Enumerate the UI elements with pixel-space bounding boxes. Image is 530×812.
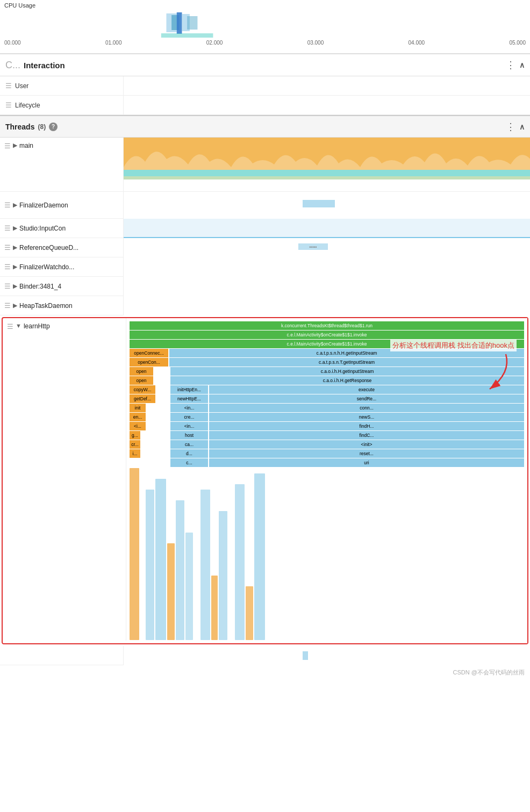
interaction-header: C... Interaction ⋮ ∧ [0,54,530,76]
binder-hamburger-icon[interactable]: ☰ [4,282,11,290]
extra-thread-viz [124,646,530,665]
stack-copyw: copyW... [130,385,155,394]
stack-open2: open [130,376,153,385]
stack-getdef: getDef... [130,394,155,403]
interaction-row-lifecycle: ☰ Lifecycle [0,96,530,115]
main-hamburger-icon[interactable]: ☰ [4,142,11,150]
annotation-text: 分析这个线程调用栈 找出合适的hook点 [390,340,517,351]
svg-rect-4 [187,16,197,30]
binder-thread-viz [124,277,530,296]
finwatchdo-expand-arrow[interactable]: ▶ [13,263,17,270]
threads-count: (8) [38,123,46,131]
stack-ca: ca... [170,440,208,449]
svg-rect-2 [177,12,182,34]
learnhttp-thread-viz: 分析这个线程调用栈 找出合适的hook点 k.concurrent.Thread… [126,318,527,643]
threads-collapse-button[interactable]: ∧ [519,123,525,131]
stack-c: c... [170,458,208,467]
thread-row-finalizer: ☰ ▶ FinalizerDaemon [0,192,530,219]
stack-initc: <init> [209,440,524,449]
finalizer-hamburger-icon[interactable]: ☰ [4,201,11,209]
user-row-hamburger-icon[interactable]: ☰ [5,82,12,90]
main-thread-name: main [19,142,33,149]
thread-row-studio: ☰ ▶ Studio:InputCon [0,219,530,238]
stack-inithttpen: initHttpEn... [170,385,208,394]
thread-label-binder: ☰ ▶ Binder:3481_4 [0,277,124,296]
studio-thread-viz [124,219,530,238]
stack-openconnec1: openConnec... [130,349,168,357]
heaptask-expand-arrow[interactable]: ▶ [13,302,17,309]
stack-reset: reset... [209,449,524,458]
stack-block-row2: c.e.l.MainActivity$onCreate$1$1.invoke [130,330,524,339]
svg-rect-7 [124,170,530,176]
stack-uri: uri [209,458,524,467]
stack-block-row1: k.concurrent.ThreadsKt$thread$thread$1.r… [130,321,524,330]
stack-opencon1: openCon... [130,358,168,367]
stack-i1: <i... [130,422,146,430]
learnhttp-thread-name: learnHttp [24,322,50,330]
thread-label-main: ☰ ▶ main [0,138,124,191]
main-expand-arrow[interactable]: ▶ [13,142,17,149]
heaptask-hamburger-icon[interactable]: ☰ [4,301,11,310]
lifecycle-row-hamburger-icon[interactable]: ☰ [5,101,12,109]
cpu-axis: 00.000 01.000 02.000 03.000 04.000 05.00… [0,39,530,47]
refqueue-expand-arrow[interactable]: ▶ [13,244,17,251]
stack-sendre: sendRe... [209,394,524,403]
thread-row-binder: ☰ ▶ Binder:3481_4 [0,277,530,296]
stack-findc: findC... [209,431,524,440]
threads-section: Threads (8) ? ⋮ ∧ ☰ ▶ main [0,115,530,665]
thread-label-finalizerwatchdo: ☰ ▶ FinalizerWatchdo... [0,257,124,276]
stack-sinit: <in... [170,404,208,412]
stack-init: init [130,404,146,412]
refqueue-thread-viz: ▪▪▪▪▪ [124,238,530,257]
interaction-collapse-button[interactable]: ∧ [519,61,525,69]
svg-rect-8 [124,176,530,179]
main-thread-viz [124,138,530,191]
threads-menu-button[interactable]: ⋮ [506,121,516,133]
user-row-label: User [15,82,28,90]
threads-title: Threads (8) ? [5,123,58,131]
stack-news: newS... [209,413,524,421]
studio-thread-name: Studio:InputCon [19,225,66,232]
user-row-viz [124,76,530,95]
finwatchdo-hamburger-icon[interactable]: ☰ [4,263,11,271]
stack-cr: cr... [130,440,140,449]
stack-open1: open [130,367,153,376]
studio-hamburger-icon[interactable]: ☰ [4,224,11,232]
refqueue-thread-name: ReferenceQueueD... [19,244,78,251]
binder-expand-arrow[interactable]: ▶ [13,283,17,290]
finalizer-expand-arrow[interactable]: ▶ [13,202,17,209]
finwatchdo-thread-name: FinalizerWatchdo... [19,263,74,271]
binder-thread-name: Binder:3481_4 [19,283,61,290]
threads-help-icon[interactable]: ? [49,123,58,131]
interaction-menu-button[interactable]: ⋮ [506,59,516,71]
stack-conn: conn... [209,404,524,412]
studio-expand-arrow[interactable]: ▶ [13,225,17,232]
interaction-section: C... Interaction ⋮ ∧ ☰ User ☰ Lifecycle [0,54,530,115]
annotation: 分析这个线程调用栈 找出合适的hook点 [390,340,517,394]
thread-row-heaptask: ☰ ▶ HeapTaskDaemon [0,296,530,315]
interaction-title: Interaction [24,61,65,70]
heaptask-thread-viz [124,296,530,315]
interaction-row-lifecycle-left: ☰ Lifecycle [0,96,124,114]
learnhttp-expand-arrow[interactable]: ▼ [16,322,22,329]
lifecycle-row-label: Lifecycle [15,102,40,109]
thread-label-heaptask: ☰ ▶ HeapTaskDaemon [0,296,124,315]
threads-title-text: Threads [5,123,34,131]
svg-rect-5 [161,33,213,38]
refqueue-hamburger-icon[interactable]: ☰ [4,243,11,251]
interaction-row-user: ☰ User [0,76,530,96]
thread-label-learnhttp: ☰ ▼ learnHttp [3,318,126,641]
stack-in1: <in... [170,422,208,430]
stack-i2: i... [130,449,140,458]
stack-host: host [170,431,208,440]
interaction-left: C... Interaction [5,60,65,71]
stack-cre: cre... [170,413,208,421]
interaction-row-user-left: ☰ User [0,76,124,95]
thread-label-refqueue: ☰ ▶ ReferenceQueueD... [0,238,124,257]
thread-row-extra [0,646,530,665]
stack-findh: findH... [209,422,524,430]
learnhttp-hamburger-icon[interactable]: ☰ [7,322,13,330]
stack-d: d... [170,449,208,458]
threads-header-icons: ⋮ ∧ [506,121,525,133]
stack-en: en... [130,413,146,421]
